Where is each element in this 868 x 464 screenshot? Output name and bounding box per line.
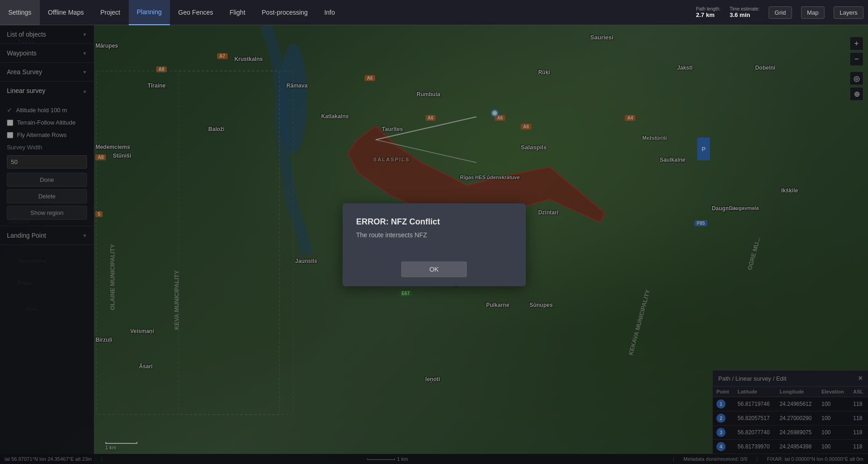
nav-project[interactable]: Project [92, 0, 129, 25]
modal-ok-button[interactable]: OK [401, 262, 466, 277]
nav-post-processing[interactable]: Post-processing [254, 0, 316, 25]
modal-message: The route intersects NFZ [356, 231, 512, 239]
path-length-label: Path length: [696, 6, 721, 11]
path-length-item: Path length: 2.7 km [696, 6, 721, 18]
nav-geo-fences[interactable]: Geo Fences [170, 0, 221, 25]
grid-button[interactable]: Grid [769, 6, 792, 19]
topbar: Settings Offline Maps Project Planning G… [0, 0, 868, 25]
nav-offline-maps[interactable]: Offline Maps [40, 0, 92, 25]
error-modal: ERROR: NFZ Conflict The route intersects… [343, 203, 526, 286]
modal-title: ERROR: NFZ Conflict [356, 217, 512, 227]
map-button[interactable]: Map [801, 6, 824, 19]
modal-overlay: ERROR: NFZ Conflict The route intersects… [0, 25, 868, 464]
path-info: Path length: 2.7 km Time estimate: 3.6 m… [696, 6, 760, 18]
path-length-value: 2.7 km [696, 11, 721, 18]
nav-settings[interactable]: Settings [0, 0, 40, 25]
modal-body: ERROR: NFZ Conflict The route intersects… [343, 203, 526, 257]
time-estimate-label: Time estimate: [730, 6, 759, 11]
layers-button[interactable]: Layers [834, 6, 863, 19]
nav-planning[interactable]: Planning [129, 0, 170, 25]
modal-footer: OK [343, 257, 526, 286]
topbar-right: Path length: 2.7 km Time estimate: 3.6 m… [696, 6, 868, 19]
nav-info[interactable]: Info [316, 0, 343, 25]
time-estimate-value: 3.6 min [730, 11, 759, 18]
time-estimate-item: Time estimate: 3.6 min [730, 6, 759, 18]
nav-flight[interactable]: Flight [221, 0, 253, 25]
